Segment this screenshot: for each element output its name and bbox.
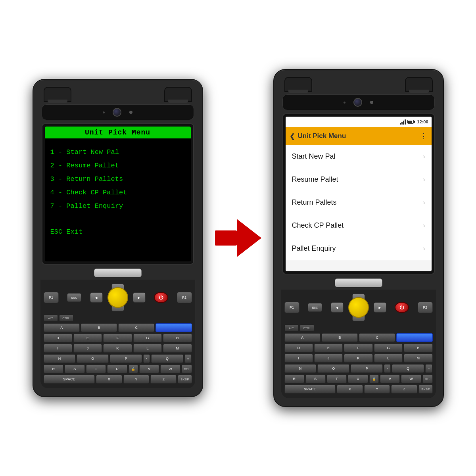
key-lock-old[interactable]: 🔒 — [129, 365, 138, 373]
key-w-old[interactable]: W — [160, 365, 180, 373]
nav-center-new[interactable] — [348, 297, 369, 318]
power-key-new[interactable]: ⏻ — [395, 302, 409, 313]
key-bksp-old[interactable]: BKSP — [178, 375, 192, 384]
key-star-old[interactable]: * — [143, 354, 150, 363]
key-e-new[interactable]: E — [314, 344, 343, 352]
key-blue-old[interactable] — [155, 323, 192, 332]
key-w-new[interactable]: W — [401, 374, 421, 383]
p1-key-old[interactable]: P1 — [44, 292, 59, 303]
key-z-new[interactable]: Z — [391, 385, 417, 393]
key-blue-new[interactable] — [396, 333, 432, 342]
key-k-old[interactable]: K — [103, 344, 132, 353]
new-menu-item-2[interactable]: Resume Pallet › — [286, 168, 432, 191]
key-j-new[interactable]: J — [314, 354, 343, 363]
key-g-old[interactable]: G — [133, 334, 162, 342]
key-p-new[interactable]: P — [351, 364, 383, 373]
alt-key-new[interactable]: ALT — [284, 324, 299, 332]
key-k-new[interactable]: K — [344, 354, 372, 363]
key-star-new[interactable]: * — [384, 364, 391, 373]
old-screen-footer: ESC Exit — [45, 220, 191, 241]
key-eq-new[interactable]: = — [425, 364, 433, 373]
key-b-old[interactable]: B — [81, 323, 117, 332]
scan-trigger-btn-old[interactable] — [94, 269, 142, 277]
key-t-new[interactable]: T — [327, 374, 347, 383]
old-screen-menu: 1 - Start New Pal 2 - Resume Pallet 3 - … — [45, 138, 191, 220]
key-q-old[interactable]: Q — [151, 354, 183, 363]
key-c-old[interactable]: C — [118, 323, 154, 332]
key-eq-old[interactable]: = — [184, 354, 192, 363]
nav-left-old[interactable]: ◄ — [90, 292, 103, 303]
action-bar-more-icon[interactable]: ⋮ — [420, 132, 428, 140]
key-s-new[interactable]: S — [305, 374, 326, 383]
key-e-old[interactable]: E — [73, 334, 102, 342]
key-x-old[interactable]: X — [96, 375, 122, 384]
key-q-new[interactable]: Q — [392, 364, 424, 373]
signal-bar-2 — [401, 122, 403, 125]
alt-key-old[interactable]: ALT — [44, 315, 58, 322]
key-m-old[interactable]: M — [163, 344, 192, 353]
key-l-new[interactable]: L — [374, 354, 403, 363]
key-u-old[interactable]: U — [107, 365, 127, 373]
key-j-old[interactable]: J — [73, 344, 102, 353]
new-menu-item-3[interactable]: Return Pallets › — [286, 191, 432, 214]
scan-trigger-btn-new[interactable] — [335, 278, 382, 287]
key-bksp-new[interactable]: BKSP — [418, 385, 432, 393]
key-space-new[interactable]: SPACE — [284, 385, 336, 393]
key-b-new[interactable]: B — [322, 333, 358, 342]
key-space-old[interactable]: SPACE — [44, 375, 95, 384]
key-h-new[interactable]: H — [404, 344, 432, 352]
new-menu-item-5[interactable]: Pallet Enquiry › — [286, 237, 432, 260]
key-p-old[interactable]: P — [110, 354, 142, 363]
key-l-old[interactable]: L — [133, 344, 162, 353]
key-d-old[interactable]: D — [44, 334, 72, 342]
ctrl-key-old[interactable]: CTRL — [59, 315, 73, 322]
key-t-old[interactable]: T — [86, 365, 106, 373]
new-menu-item-1[interactable]: Start New Pal › — [286, 145, 432, 168]
key-del-new[interactable]: DEL — [422, 374, 433, 383]
key-c-new[interactable]: C — [359, 333, 395, 342]
key-x-new[interactable]: X — [337, 385, 363, 393]
key-d-new[interactable]: D — [284, 344, 313, 352]
alpha-row-5-old: R S T U 🔒 V W DEL — [44, 365, 192, 373]
key-a-old[interactable]: A — [44, 323, 80, 332]
key-r-old[interactable]: R — [44, 365, 64, 373]
key-v-new[interactable]: V — [380, 374, 400, 383]
key-a-new[interactable]: A — [284, 333, 321, 342]
key-y-new[interactable]: Y — [364, 385, 390, 393]
key-o-old[interactable]: O — [77, 354, 109, 363]
key-i-old[interactable]: I — [44, 344, 72, 353]
key-n-old[interactable]: N — [44, 354, 76, 363]
key-m-new[interactable]: M — [404, 354, 432, 363]
key-h-old[interactable]: H — [163, 334, 192, 342]
key-z-old[interactable]: Z — [150, 375, 177, 384]
esc-key-old[interactable]: ESC — [67, 293, 81, 302]
ctrl-key-new[interactable]: CTRL — [300, 324, 314, 332]
p2-key-new[interactable]: P2 — [418, 302, 433, 313]
key-f-new[interactable]: F — [344, 344, 372, 352]
key-lock-new[interactable]: 🔒 — [369, 374, 379, 383]
new-menu-item-4[interactable]: Check CP Pallet › — [286, 214, 432, 237]
old-screen-title: Unit Pick Menu — [45, 127, 191, 138]
nav-center-old[interactable] — [107, 287, 128, 308]
key-f-old[interactable]: F — [103, 334, 132, 342]
key-o-new[interactable]: O — [317, 364, 349, 373]
esc-key-new[interactable]: ESC — [308, 303, 322, 312]
nav-right-old[interactable]: ► — [133, 292, 146, 303]
p2-key-old[interactable]: P2 — [177, 292, 192, 303]
key-y-old[interactable]: Y — [123, 375, 150, 384]
camera-bar-new — [282, 94, 435, 110]
nav-left-new[interactable]: ◄ — [331, 302, 344, 313]
key-n-new[interactable]: N — [284, 364, 317, 373]
key-del-old[interactable]: DEL — [182, 365, 192, 373]
key-g-new[interactable]: G — [374, 344, 403, 352]
p1-key-new[interactable]: P1 — [284, 302, 299, 313]
key-u-new[interactable]: U — [348, 374, 368, 383]
right-ear-new — [405, 77, 433, 92]
key-i-new[interactable]: I — [284, 354, 313, 363]
nav-right-new[interactable]: ► — [374, 302, 386, 313]
key-s-old[interactable]: S — [65, 365, 85, 373]
action-bar-back-icon[interactable]: ❮ — [290, 132, 295, 140]
key-v-old[interactable]: V — [139, 365, 159, 373]
power-key-old[interactable]: ⏻ — [154, 292, 168, 303]
key-r-new[interactable]: R — [284, 374, 305, 383]
